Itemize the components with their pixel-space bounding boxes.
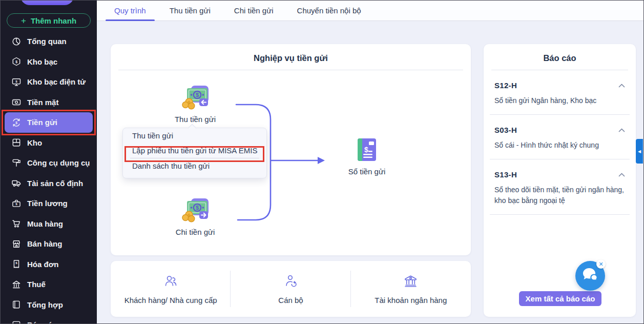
svg-text:$: $ (15, 60, 17, 64)
sidebar-item-label: Thuế (27, 280, 46, 289)
svg-text:$: $ (196, 205, 199, 211)
report-item-s13-h: S13-HSổ theo dõi tiền mặt, tiền gửi ngân… (484, 159, 636, 214)
warehouse-icon (11, 137, 22, 148)
treasury-icon: $ (11, 56, 22, 67)
svg-text:$: $ (15, 120, 17, 125)
sidebar-item-label: Kho bạc (27, 57, 57, 66)
popup-menu-item[interactable]: Lập phiếu thu tiền gửi từ MISA EMIS (123, 143, 266, 158)
purchase-icon (11, 218, 22, 229)
chevron-up-icon[interactable] (618, 170, 625, 179)
report-header[interactable]: S13-H (494, 170, 625, 179)
chevron-up-icon[interactable] (618, 125, 625, 134)
deposit-icon: $ (11, 117, 22, 128)
sidebar-item-warehouse[interactable]: Kho (1, 133, 97, 153)
node-thu-tien-gui[interactable]: $ $ Thu tiền gửi (169, 84, 221, 124)
sales-icon (11, 239, 22, 249)
plus-icon: + (21, 16, 26, 25)
tax-icon (11, 279, 22, 290)
chat-support-button[interactable]: ✕ (575, 261, 605, 291)
tab-bar: Quy trìnhThu tiền gửiChi tiền gửiChuyển … (97, 1, 644, 21)
fixed-assets-icon (11, 178, 22, 188)
report-description: Sổ theo dõi tiền mặt, tiền gửi ngân hàng… (494, 185, 625, 206)
sidebar-item-label: Hóa đơn (27, 260, 59, 269)
quick-add-button[interactable]: + Thêm nhanh (7, 13, 91, 28)
shortcut-label: Khách hàng/ Nhà cung cấp (124, 296, 217, 305)
shortcut-customers[interactable]: Khách hàng/ Nhà cung cấp (111, 261, 231, 317)
shortcut-label: Tài khoản ngân hàng (375, 296, 447, 305)
sidebar-item-label: Tổng quan (27, 37, 67, 46)
view-all-reports-button[interactable]: Xem tất cả báo cáo (519, 291, 601, 306)
sidebar-item-deposit[interactable]: $Tiền gửi (5, 112, 93, 133)
sidebar-item-label: Công cụ dụng cụ (27, 158, 90, 167)
node-label: Chi tiền gửi (176, 228, 215, 236)
money-out-icon: $ $ (180, 197, 210, 225)
sidebar: + Thêm nhanh Tổng quan$Kho bạc$Kho bạc đ… (1, 1, 97, 324)
sidebar-item-tools[interactable]: Công cụ dụng cụ (1, 153, 97, 173)
sidebar-item-tax[interactable]: Thuế (1, 274, 97, 295)
node-chi-tien-gui[interactable]: $ $ Chi tiền gửi (169, 197, 221, 236)
shortcut-staff[interactable]: Cán bộ (231, 261, 350, 317)
sidebar-item-label: Tổng hợp (27, 300, 63, 309)
popup-menu-item[interactable]: Thu tiền gửi (123, 128, 266, 143)
sidebar-item-treasury[interactable]: $Kho bạc (1, 52, 97, 72)
chevron-up-icon[interactable] (618, 80, 625, 90)
sidebar-item-label: Mua hàng (27, 219, 63, 228)
chat-bubbles-icon (581, 267, 599, 285)
shortcuts: Khách hàng/ Nhà cung cấpCán bộTài khoản … (111, 261, 471, 317)
sidebar-item-sales[interactable]: Bán hàng (1, 234, 97, 254)
sidebar-item-fixed-assets[interactable]: Tài sản cố định (1, 173, 97, 194)
chat-close-button[interactable]: ✕ (596, 259, 606, 269)
sidebar-item-e-treasury[interactable]: $Kho bạc điện tử (1, 72, 97, 92)
sidebar-item-general[interactable]: Tổng hợp (1, 295, 97, 315)
e-treasury-icon: $ (11, 77, 22, 87)
report-item-s12-h: S12-HSổ tiền gửi Ngân hàng, Kho bạc (484, 70, 636, 114)
report-item-s03-h: S03-HSổ cái - Hình thức nhật ký chung (484, 115, 636, 159)
quick-add-label: Thêm nhanh (31, 16, 76, 25)
tab-thu-tiền-gửi[interactable]: Thu tiền gửi (161, 1, 219, 21)
svg-text:$: $ (188, 213, 190, 218)
sidebar-item-label: Bán hàng (27, 239, 62, 248)
node-label: Thu tiền gửi (175, 115, 216, 124)
report-header[interactable]: S12-H (494, 80, 625, 90)
sidebar-item-label: Tiền gửi (27, 118, 57, 127)
svg-text:$: $ (196, 92, 199, 98)
sidebar-item-cash[interactable]: Tiền mặt (1, 92, 97, 113)
report-header[interactable]: S03-H (494, 125, 625, 134)
tab-chuyển-tiền-nội-bộ[interactable]: Chuyển tiền nội bộ (288, 1, 370, 21)
popup-menu-item[interactable]: Danh sách thu tiền gửi (123, 158, 266, 173)
svg-text:$: $ (15, 202, 17, 206)
master-data-card: Khách hàng/ Nhà cung cấpCán bộTài khoản … (111, 261, 471, 317)
report-list: S12-HSổ tiền gửi Ngân hàng, Kho bạcS03-H… (484, 70, 636, 215)
sidebar-item-report[interactable]: Báo cáo (1, 315, 97, 324)
sidebar-nav: Tổng quan$Kho bạc$Kho bạc điện tửTiền mặ… (1, 31, 97, 324)
app-logo (20, 1, 74, 5)
panel-collapse-handle[interactable]: ◀ (636, 139, 643, 164)
sidebar-item-label: Tài sản cố định (27, 179, 83, 188)
sidebar-item-overview[interactable]: Tổng quan (1, 31, 97, 52)
sidebar-item-salary[interactable]: $Tiền lương (1, 193, 97, 214)
tab-quy-trình[interactable]: Quy trình (106, 1, 155, 21)
deposit-book-icon: $ (356, 137, 378, 164)
report-code: S03-H (494, 126, 517, 134)
thu-tien-gui-popup-menu: Thu tiền gửiLập phiếu thu tiền gửi từ MI… (122, 128, 267, 178)
sidebar-item-label: Kho (27, 138, 42, 147)
cash-icon (11, 97, 22, 107)
tab-chi-tiền-gửi[interactable]: Chi tiền gửi (225, 1, 282, 21)
reports-title: Báo cáo (484, 44, 636, 63)
shortcut-bank-account[interactable]: Tài khoản ngân hàng (351, 261, 471, 317)
overview-icon (11, 36, 22, 47)
sidebar-item-invoice[interactable]: $Hóa đơn (1, 254, 97, 275)
invoice-icon: $ (11, 259, 22, 269)
svg-text:$: $ (364, 146, 368, 154)
chevron-left-icon: ◀ (638, 149, 641, 154)
report-description: Sổ cái - Hình thức nhật ký chung (494, 140, 625, 151)
tools-icon (11, 158, 22, 168)
bank-account-icon (403, 274, 418, 290)
node-so-tien-gui[interactable]: $ Sổ tiền gửi (337, 137, 397, 176)
app-window: + Thêm nhanh Tổng quan$Kho bạc$Kho bạc đ… (0, 0, 644, 324)
deposit-workflow-card: Nghiệp vụ tiền gửi $ $ Thu tiền gửi $ (111, 44, 471, 255)
sidebar-item-purchase[interactable]: Mua hàng (1, 214, 97, 234)
reports-panel: Báo cáo S12-HSổ tiền gửi Ngân hàng, Kho … (484, 44, 636, 317)
report-description: Sổ tiền gửi Ngân hàng, Kho bạc (494, 95, 625, 106)
tabs: Quy trìnhThu tiền gửiChi tiền gửiChuyển … (106, 1, 370, 21)
